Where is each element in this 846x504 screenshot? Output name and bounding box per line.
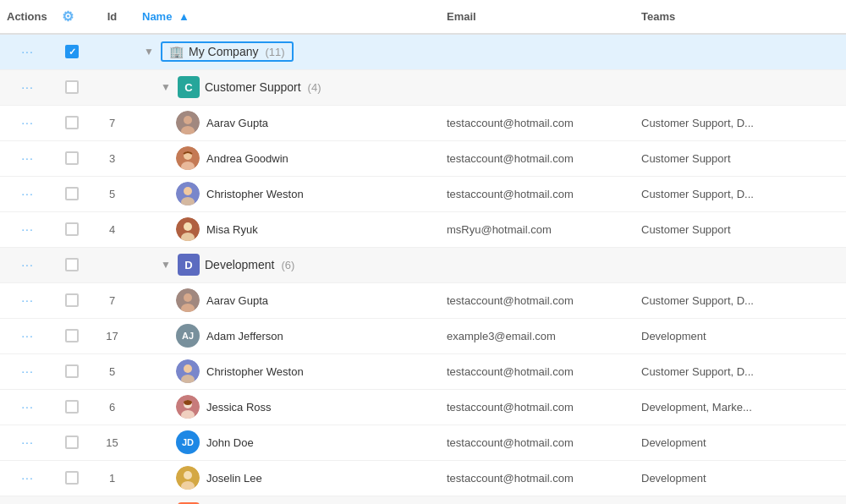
row-dots-icon[interactable]: ··· (21, 116, 34, 129)
row-teams: Customer Support (634, 211, 846, 247)
group-count: (4) (308, 81, 321, 94)
settings-header[interactable]: ⚙ (55, 0, 89, 34)
group-collapse-icon[interactable]: ▼ (142, 46, 156, 58)
row-actions[interactable]: ··· (0, 460, 55, 496)
row-checkbox[interactable] (65, 471, 79, 485)
row-actions[interactable]: ··· (0, 282, 55, 318)
row-id: 4 (89, 211, 135, 247)
user-name: John Doe (206, 436, 254, 449)
row-name-cell: Christopher Weston (135, 353, 440, 389)
row-checkbox-cell[interactable] (55, 69, 89, 105)
row-checkbox-cell[interactable] (55, 318, 89, 353)
svg-point-16 (184, 364, 192, 373)
user-teams: Development (641, 472, 706, 485)
row-actions[interactable]: ··· (0, 247, 55, 282)
row-checkbox[interactable] (65, 151, 79, 165)
row-checkbox[interactable] (65, 293, 79, 307)
row-checkbox[interactable] (65, 258, 79, 271)
row-actions[interactable]: ··· (0, 425, 55, 460)
user-email: example3@email.com (447, 330, 556, 342)
gear-icon[interactable]: ⚙ (62, 9, 74, 24)
row-actions[interactable]: ··· (0, 353, 55, 389)
row-checkbox[interactable] (65, 222, 79, 236)
user-avatar (176, 182, 200, 205)
row-checkbox-cell[interactable] (55, 425, 89, 460)
row-checkbox-cell[interactable] (55, 353, 89, 389)
table-row: ··· ▼ 🏢 My Company (11) (0, 34, 846, 69)
row-dots-icon[interactable]: ··· (21, 151, 34, 165)
row-checkbox[interactable] (65, 400, 79, 414)
user-teams: Customer Support (641, 152, 731, 165)
row-checkbox[interactable] (65, 187, 79, 200)
group-collapse-icon[interactable]: ▼ (159, 81, 173, 93)
row-dots-icon[interactable]: ··· (21, 293, 34, 307)
main-table-container: Actions ⚙ Id Name ▲ Email Teams (0, 0, 846, 504)
row-actions[interactable]: ··· (0, 105, 55, 140)
table-row: ··· 17 AJ Adam Jefferson example3@email.… (0, 318, 846, 353)
user-avatar (176, 288, 200, 312)
row-email: testaccount@hotmail.com (440, 140, 634, 176)
user-teams: Customer Support (641, 223, 731, 236)
group-avatar: D (178, 254, 200, 276)
table-row: ··· 5 Christopher Weston testaccount@hot… (0, 353, 846, 389)
row-actions[interactable]: ··· (0, 34, 55, 69)
svg-point-7 (184, 187, 192, 195)
row-checkbox[interactable] (65, 116, 79, 129)
row-id: 7 (89, 105, 135, 140)
row-dots-icon[interactable]: ··· (21, 187, 34, 200)
row-name-cell: Christopher Weston (135, 176, 440, 211)
row-teams: Development (634, 318, 846, 353)
row-checkbox-cell[interactable] (55, 34, 89, 69)
row-name-cell: Aarav Gupta (135, 105, 440, 140)
row-checkbox[interactable] (65, 45, 79, 58)
row-actions[interactable]: ··· (0, 496, 55, 504)
row-name-cell: ▼ D Development (6) (135, 247, 846, 282)
name-header[interactable]: Name ▲ (135, 0, 440, 34)
row-checkbox-cell[interactable] (55, 389, 89, 425)
row-email: msRyu@hotmail.com (440, 211, 634, 247)
row-checkbox[interactable] (65, 364, 79, 378)
id-header: Id (89, 0, 135, 34)
row-checkbox[interactable] (65, 329, 79, 342)
row-dots-icon[interactable]: ··· (21, 45, 34, 58)
row-dots-icon[interactable]: ··· (21, 471, 34, 485)
row-actions[interactable]: ··· (0, 69, 55, 105)
row-dots-icon[interactable]: ··· (21, 329, 34, 342)
row-email: testaccount@hotmail.com (440, 105, 634, 140)
row-checkbox[interactable] (65, 436, 79, 449)
row-checkbox-cell[interactable] (55, 460, 89, 496)
row-actions[interactable]: ··· (0, 140, 55, 176)
row-checkbox-cell[interactable] (55, 247, 89, 282)
row-id: 15 (89, 425, 135, 460)
row-dots-icon[interactable]: ··· (21, 364, 34, 378)
user-avatar (176, 217, 200, 241)
row-checkbox-cell[interactable] (55, 282, 89, 318)
row-teams: Development (634, 425, 846, 460)
table-row: ··· 7 Aarav Gupta testaccount@hotmail.co… (0, 282, 846, 318)
row-checkbox-cell[interactable] (55, 140, 89, 176)
row-checkbox-cell[interactable] (55, 211, 89, 247)
user-avatar (176, 111, 200, 134)
row-checkbox[interactable] (65, 80, 79, 94)
row-checkbox-cell[interactable] (55, 496, 89, 504)
row-teams: Customer Support (634, 140, 846, 176)
row-dots-icon[interactable]: ··· (21, 400, 34, 414)
row-dots-icon[interactable]: ··· (21, 80, 34, 94)
row-actions[interactable]: ··· (0, 211, 55, 247)
user-avatar (176, 146, 200, 170)
group-collapse-icon[interactable]: ▼ (159, 259, 173, 271)
row-actions[interactable]: ··· (0, 318, 55, 353)
row-checkbox-cell[interactable] (55, 176, 89, 211)
user-email: testaccount@hotmail.com (447, 401, 574, 414)
row-dots-icon[interactable]: ··· (21, 258, 34, 271)
row-actions[interactable]: ··· (0, 176, 55, 211)
row-email: testaccount@hotmail.com (440, 425, 634, 460)
row-actions[interactable]: ··· (0, 389, 55, 425)
table-row: ··· 1 Joselin Lee testaccount@hotmail.co… (0, 460, 846, 496)
user-teams: Customer Support, D... (641, 294, 754, 307)
row-dots-icon[interactable]: ··· (21, 436, 34, 449)
row-teams: Development, Marke... (634, 389, 846, 425)
row-email: testaccount@hotmail.com (440, 389, 634, 425)
row-dots-icon[interactable]: ··· (21, 222, 34, 236)
row-checkbox-cell[interactable] (55, 105, 89, 140)
